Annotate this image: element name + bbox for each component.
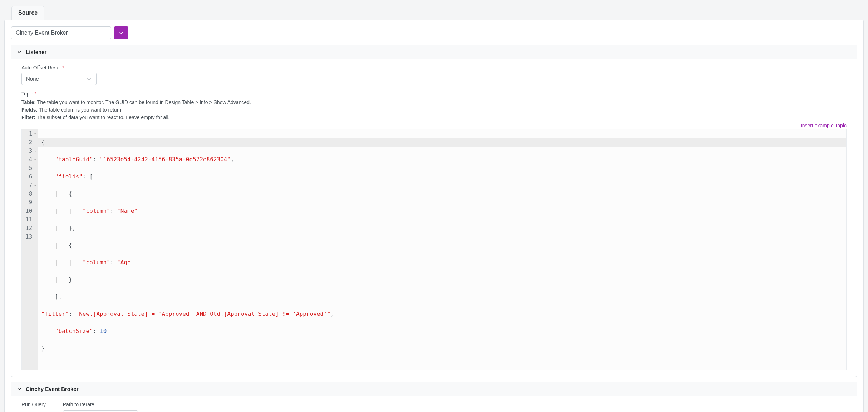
run-query-label: Run Query — [21, 402, 46, 407]
tab-source[interactable]: Source — [11, 6, 44, 20]
source-type-select[interactable]: Cinchy Event Broker — [11, 26, 111, 39]
editor-gutter: 1▾ 2 3▾ 4▾ 5 6 7▾ 8 9 10 11 12 13 — [22, 129, 38, 370]
chevron-down-icon — [86, 76, 92, 82]
auto-offset-label: Auto Offset Reset * — [21, 65, 847, 70]
chevron-down-icon — [118, 30, 124, 36]
auto-offset-select[interactable]: None — [21, 73, 97, 85]
listener-section-toggle[interactable]: Listener — [11, 45, 857, 59]
listener-section: Listener Auto Offset Reset * None Topic … — [11, 45, 857, 377]
topic-code-editor[interactable]: 1▾ 2 3▾ 4▾ 5 6 7▾ 8 9 10 11 12 13 — [21, 129, 847, 370]
main-panel: Cinchy Event Broker Listener Auto Offset… — [4, 20, 864, 412]
broker-section-toggle[interactable]: Cinchy Event Broker — [11, 382, 857, 396]
editor-code[interactable]: { "tableGuid": "16523e54-4242-4156-835a-… — [38, 129, 846, 370]
path-to-iterate-input[interactable] — [63, 410, 138, 412]
broker-section-title: Cinchy Event Broker — [26, 386, 79, 392]
topic-label: Topic * — [21, 91, 847, 97]
source-type-expand-button[interactable] — [114, 26, 128, 39]
auto-offset-value: None — [26, 76, 39, 82]
source-type-value: Cinchy Event Broker — [16, 30, 68, 36]
insert-example-topic-link[interactable]: Insert example Topic — [801, 123, 847, 128]
chevron-down-icon — [16, 49, 22, 55]
listener-section-title: Listener — [26, 49, 46, 55]
broker-section: Cinchy Event Broker Run Query Path to It… — [11, 382, 857, 412]
path-to-iterate-label: Path to Iterate — [63, 402, 138, 407]
topic-help: Table: The table you want to monitor. Th… — [21, 99, 847, 121]
chevron-down-icon — [16, 386, 22, 392]
